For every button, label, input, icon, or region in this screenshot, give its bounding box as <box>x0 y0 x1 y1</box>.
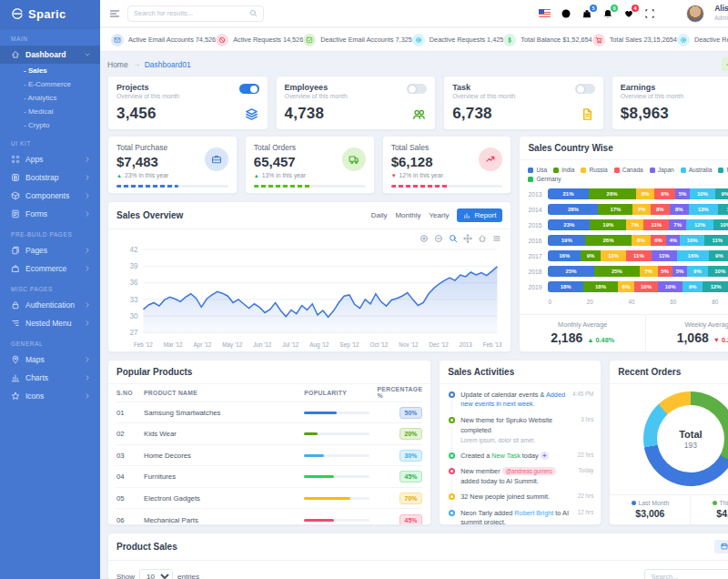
sidebar-subitem-analytics[interactable]: Analytics <box>0 91 100 105</box>
clock-icon[interactable] <box>561 8 571 19</box>
percentage-badge: 50% <box>399 407 423 419</box>
zoom-out-icon[interactable] <box>434 234 443 243</box>
stacked-bar[interactable]: 16%9%11%11%11%16%9%17% <box>548 250 728 261</box>
legend-item-canada[interactable]: Canada <box>614 167 643 173</box>
app-logo[interactable]: Sparic <box>0 0 100 27</box>
sidebar-item-dashboard[interactable]: Dashboard <box>0 46 100 64</box>
search-icon[interactable] <box>249 9 258 17</box>
reset-home-icon[interactable] <box>478 234 487 243</box>
fullscreen-icon[interactable] <box>644 8 655 19</box>
tab-yearly[interactable]: Yearly <box>429 211 449 219</box>
activity-item[interactable]: 32 New people joined summit.22 hrs <box>448 493 593 503</box>
stat-item[interactable]: Deactive Requests 1,425 <box>677 34 728 46</box>
breadcrumb-home[interactable]: Home <box>107 60 128 69</box>
chevron-down-icon <box>84 51 91 58</box>
toggle-switch[interactable] <box>575 84 595 94</box>
sidebar-subitem-medical[interactable]: Medical <box>0 105 100 118</box>
totals-card-total-purchase: Total Purchase$7,483▲23% in this year <box>107 136 238 194</box>
activity-item[interactable]: New member @andreas gurrero added today … <box>448 467 593 486</box>
toggle-switch[interactable] <box>239 84 259 94</box>
table-row[interactable]: 03Home Decores30% <box>116 445 422 467</box>
legend-item-russia[interactable]: Russia <box>581 167 607 173</box>
stacked-bar[interactable]: 28%17%7%8%8%13%13%6% <box>548 204 728 215</box>
quick-add-button[interactable] <box>722 57 728 71</box>
stacked-bar[interactable]: 19%26%8%6%4%10%11%16% <box>548 235 728 246</box>
activity-text: New theme for Spruko Website completedLo… <box>460 416 575 445</box>
tab-daily[interactable]: Daily <box>371 211 388 219</box>
chevron-right-icon <box>84 301 91 309</box>
pan-icon[interactable] <box>463 234 472 243</box>
breadcrumb-current[interactable]: Dashboard01 <box>145 60 191 69</box>
stacked-bar[interactable]: 21%26%8%9%5%10%9%12% <box>548 188 728 199</box>
percentage-badge: 20% <box>399 428 423 440</box>
stat-item[interactable]: Active Email Accounts 74,526 <box>111 34 216 46</box>
table-row[interactable]: 05Electroni Gadgets70% <box>116 488 422 510</box>
sidebar-item-pages[interactable]: Pages <box>0 241 100 259</box>
user-avatar[interactable] <box>686 5 704 23</box>
sidebar-subitem-e-commerce[interactable]: E-Commerce <box>0 77 100 91</box>
legend-item-india[interactable]: India <box>553 167 574 173</box>
sidebar-subitem-sales[interactable]: Sales <box>0 64 100 77</box>
arrow-up-icon: ▲ <box>254 173 259 178</box>
sidebar-item-nested-menu[interactable]: Nested Menu <box>0 314 100 332</box>
sidebar-item-forms[interactable]: Forms <box>0 205 100 223</box>
stacked-bar[interactable]: 23%19%7%11%7%12%10%11% <box>548 219 728 230</box>
sidebar-item-ecommerce[interactable]: Ecommerce <box>0 259 100 278</box>
bar-segment-canada: 6% <box>651 235 667 246</box>
chart-menu-icon[interactable] <box>492 234 501 243</box>
entries-select[interactable]: 10 <box>139 569 173 579</box>
stat-item[interactable]: Deactive Requests 1,425 <box>412 34 504 46</box>
settings-sliders-icon[interactable] <box>665 8 676 19</box>
toggle-switch[interactable] <box>407 84 427 94</box>
hamburger-menu-icon[interactable] <box>109 8 120 19</box>
legend-item-mexico[interactable]: Mexico <box>718 167 728 173</box>
table-row[interactable]: 04Furnitures45% <box>116 466 422 488</box>
activity-link-cyan[interactable]: Robert Bright <box>514 509 553 517</box>
selection-zoom-icon[interactable] <box>449 234 458 243</box>
user-info[interactable]: Alison Administrator <box>714 5 728 22</box>
zoom-in-icon[interactable] <box>420 234 429 243</box>
sidebar-item-apps[interactable]: Apps <box>0 150 100 168</box>
tab-monthly[interactable]: Monthly <box>395 211 420 219</box>
legend-item-usa[interactable]: Usa <box>528 167 547 173</box>
sidebar-item-authentication[interactable]: Authentication <box>0 296 100 314</box>
sidebar-item-bootstrap[interactable]: Bootstrap <box>0 168 100 187</box>
stat-item[interactable]: Active Requests 14,526 <box>216 34 303 46</box>
sidebar-item-components[interactable]: Components <box>0 187 100 205</box>
stat-item[interactable]: Deactive Email Accounts 7,325 <box>303 34 412 46</box>
sidebar-item-charts[interactable]: Charts <box>0 369 100 387</box>
search-input[interactable] <box>134 9 246 17</box>
language-flag-icon[interactable] <box>539 9 551 17</box>
table-row[interactable]: 02Kids Wear20% <box>116 423 422 445</box>
activity-link-green[interactable]: New Task <box>491 452 521 460</box>
sidebar-item-maps[interactable]: Maps <box>0 350 100 369</box>
activity-time: 22 hrs <box>578 452 594 462</box>
svg-text:30: 30 <box>129 312 138 320</box>
sidebar-subitem-crypto[interactable]: Crypto <box>0 118 100 132</box>
legend-item-germany[interactable]: Germany <box>528 176 561 182</box>
report-button[interactable]: Report <box>457 208 502 222</box>
period-week-button[interactable]: Week ▾ <box>714 540 728 554</box>
stacked-bar[interactable]: 18%18%6%10%10%9%12%17% <box>548 281 728 292</box>
activity-item[interactable]: New theme for Spruko Website completedLo… <box>448 416 593 445</box>
activity-item[interactable]: Update of calendar events & Added new ev… <box>448 391 593 410</box>
activity-item[interactable]: Neon Tarly added Robert Bright to AI sum… <box>448 509 593 524</box>
favorites-heart-icon[interactable]: 4 <box>623 8 634 19</box>
table-row[interactable]: 01Samsung Smartwatches50% <box>116 402 422 424</box>
legend-item-australia[interactable]: Australia <box>681 167 713 173</box>
bar-segment-canada: 5% <box>658 266 672 277</box>
stat-item[interactable]: Total Sales 23,15,2654 <box>592 34 677 46</box>
legend-item-japan[interactable]: Japan <box>650 167 674 173</box>
activity-dot <box>449 493 455 500</box>
stat-item[interactable]: Total Balance $1,52,654 <box>503 34 592 46</box>
table-row[interactable]: 06Mechanical Parts45% <box>116 509 422 524</box>
country-bar-row: 201918%18%6%10%10%9%12%17% <box>528 281 728 292</box>
sidebar-nav: MainDashboardSalesE-CommerceAnalyticsMed… <box>0 27 100 405</box>
stacked-bar[interactable]: 25%25%7%5%5%9%10%14% <box>548 266 728 277</box>
cart-icon[interactable]: 5 <box>581 8 592 19</box>
sidebar-item-icons[interactable]: Icons <box>0 387 100 405</box>
activity-item[interactable]: Created a New Task today +22 hrs <box>448 452 593 462</box>
notifications-bell-icon[interactable]: 0 <box>602 8 613 19</box>
table-search-input[interactable] <box>644 569 728 579</box>
year-label: 2015 <box>528 222 548 229</box>
